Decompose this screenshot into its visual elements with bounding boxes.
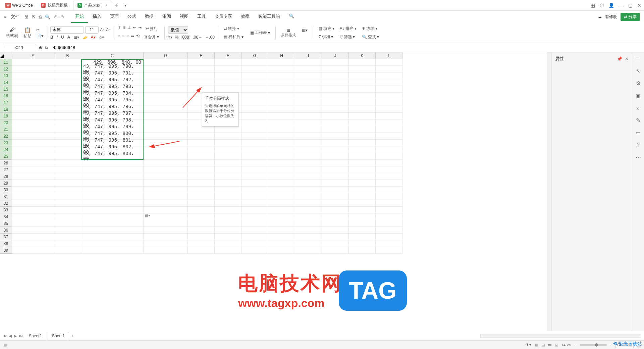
cell-F33[interactable]	[215, 207, 241, 213]
save-icon[interactable]: 🖫	[24, 14, 29, 19]
cell-D21[interactable]	[144, 126, 188, 133]
col-header-A[interactable]: A	[12, 52, 54, 59]
cell-I39[interactable]	[295, 247, 322, 254]
row-header-20[interactable]: 20	[0, 119, 12, 126]
cell-A33[interactable]	[12, 207, 54, 213]
cell-K17[interactable]	[349, 99, 376, 106]
cell-H19[interactable]	[268, 113, 295, 119]
cell-F14[interactable]	[215, 79, 241, 86]
sum-button[interactable]: Σ 求和▾	[317, 34, 336, 41]
cell-L38[interactable]	[376, 240, 402, 247]
cell-G16[interactable]	[241, 93, 268, 99]
zoom-level[interactable]: 145%	[561, 343, 571, 347]
print-icon[interactable]: ⎙	[39, 14, 42, 19]
cell-I31[interactable]	[295, 193, 322, 200]
view-eye-icon[interactable]: 👁▾	[526, 343, 531, 347]
cell-F12[interactable]	[215, 66, 241, 72]
user-icon[interactable]: 👤	[608, 3, 614, 8]
cond-format-button[interactable]: ▦ 条件格式	[279, 28, 298, 38]
cell-C32[interactable]	[81, 200, 144, 207]
cell-C35[interactable]	[81, 220, 144, 227]
cell-I19[interactable]	[295, 113, 322, 119]
row-header-17[interactable]: 17	[0, 99, 12, 106]
tab-efficiency[interactable]: 效率	[237, 11, 254, 23]
wrap-button[interactable]: ↩换行	[144, 25, 160, 32]
cell-F36[interactable]	[215, 227, 241, 234]
cell-E21[interactable]	[188, 126, 215, 133]
cell-F27[interactable]	[215, 166, 241, 173]
cell-D12[interactable]	[144, 66, 188, 72]
border-button[interactable]: ▦▾	[73, 35, 79, 40]
cell-K31[interactable]	[349, 193, 376, 200]
cell-J14[interactable]	[322, 79, 349, 86]
formula-input[interactable]	[51, 44, 641, 51]
cell-C36[interactable]	[81, 227, 144, 234]
cell-L37[interactable]	[376, 234, 402, 240]
cell-C30[interactable]	[81, 187, 144, 193]
cell-C37[interactable]	[81, 234, 144, 240]
cell-J29[interactable]	[322, 180, 349, 187]
cell-K28[interactable]	[349, 173, 376, 180]
cell-E11[interactable]	[188, 59, 215, 66]
new-tab-button[interactable]: +	[111, 2, 121, 8]
decrease-font-icon[interactable]: A⁻	[106, 28, 111, 32]
sort-button[interactable]: A↓ 排序▾	[338, 25, 359, 32]
cell-B22[interactable]	[54, 133, 81, 140]
cell-I15[interactable]	[295, 86, 322, 93]
panel-close-icon[interactable]: ✕	[625, 56, 629, 61]
cell-K26[interactable]	[349, 160, 376, 166]
cell-K27[interactable]	[349, 166, 376, 173]
cell-L20[interactable]	[376, 119, 402, 126]
col-header-F[interactable]: F	[215, 52, 241, 59]
cell-H27[interactable]	[268, 166, 295, 173]
clear-format-button[interactable]: ◇▾	[99, 35, 104, 40]
cell-J15[interactable]	[322, 86, 349, 93]
row-header-29[interactable]: 29	[0, 180, 12, 187]
cell-B33[interactable]	[54, 207, 81, 213]
cell-G22[interactable]	[241, 133, 268, 140]
tab-insert[interactable]: 插入	[89, 11, 105, 23]
cell-I22[interactable]	[295, 133, 322, 140]
cell-L30[interactable]	[376, 187, 402, 193]
cell-E22[interactable]	[188, 133, 215, 140]
cell-D13[interactable]	[144, 72, 188, 79]
cell-B28[interactable]	[54, 173, 81, 180]
tab-template[interactable]: D 找稻壳模板	[37, 1, 72, 10]
cell-H34[interactable]	[268, 213, 295, 220]
cell-D11[interactable]	[144, 59, 188, 66]
redo-icon[interactable]: ↷	[61, 14, 64, 19]
cell-A23[interactable]	[12, 140, 54, 146]
cell-B17[interactable]	[54, 99, 81, 106]
cell-K23[interactable]	[349, 140, 376, 146]
cell-I28[interactable]	[295, 173, 322, 180]
row-header-11[interactable]: 11	[0, 59, 12, 66]
cell-K36[interactable]	[349, 227, 376, 234]
cell-F37[interactable]	[215, 234, 241, 240]
row-header-39[interactable]: 39	[0, 247, 12, 254]
cell-J20[interactable]	[322, 119, 349, 126]
cell-G15[interactable]	[241, 86, 268, 93]
cell-J28[interactable]	[322, 173, 349, 180]
cell-L24[interactable]	[376, 146, 402, 153]
col-header-C[interactable]: C	[81, 52, 144, 59]
cell-F28[interactable]	[215, 173, 241, 180]
zoom-in-icon[interactable]: +	[610, 343, 612, 347]
cell-A35[interactable]	[12, 220, 54, 227]
cell-I30[interactable]	[295, 187, 322, 193]
cell-K20[interactable]	[349, 119, 376, 126]
cell-L34[interactable]	[376, 213, 402, 220]
cell-K14[interactable]	[349, 79, 376, 86]
cell-G17[interactable]	[241, 99, 268, 106]
cell-B13[interactable]	[54, 72, 81, 79]
cell-F30[interactable]	[215, 187, 241, 193]
sheet-tab-0[interactable]: Sheet2	[25, 332, 46, 340]
row-header-23[interactable]: 23	[0, 140, 12, 146]
cell-D20[interactable]	[144, 119, 188, 126]
cell-F26[interactable]	[215, 160, 241, 166]
cell-H32[interactable]	[268, 200, 295, 207]
cell-D27[interactable]	[144, 166, 188, 173]
col-header-L[interactable]: L	[376, 52, 402, 59]
cell-J36[interactable]	[322, 227, 349, 234]
cell-C31[interactable]	[81, 193, 144, 200]
select-icon[interactable]: ↖	[636, 68, 640, 74]
